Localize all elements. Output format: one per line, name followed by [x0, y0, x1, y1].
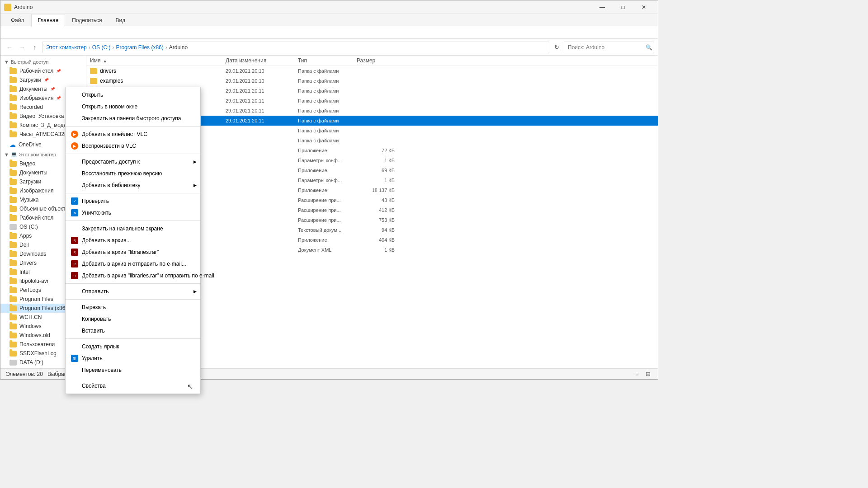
tab-file[interactable]: Файл	[4, 14, 31, 26]
pin-start-icon	[71, 225, 78, 232]
ctx-create-shortcut[interactable]: Создать ярлык	[66, 341, 200, 352]
forward-button[interactable]: →	[17, 42, 28, 53]
sidebar-item-downloads[interactable]: Загрузки 📌	[0, 75, 86, 84]
folder-icon	[9, 77, 17, 83]
ctx-add-archive-named[interactable]: R Добавить в архив "libraries.rar"	[66, 246, 200, 258]
ctx-open[interactable]: Открыть	[66, 89, 200, 101]
sidebar-item-label: Музыка	[19, 197, 38, 203]
col-header-date[interactable]: Дата изменения	[226, 57, 298, 64]
ctx-cut[interactable]: Вырезать	[66, 301, 200, 313]
folder-icon	[9, 170, 17, 176]
winrar-icon: R	[71, 249, 78, 256]
search-input[interactable]	[564, 42, 654, 53]
ctx-pin-start[interactable]: Закрепить на начальном экране	[66, 223, 200, 235]
col-header-size[interactable]: Размер	[357, 57, 402, 64]
title-bar-left: Arduino	[4, 4, 33, 11]
maximize-button[interactable]: □	[613, 0, 633, 14]
folder-icon	[9, 342, 17, 347]
chevron-icon: ▼	[4, 59, 9, 65]
properties-icon	[71, 382, 78, 389]
sidebar-item-label: WCH.CN	[19, 314, 42, 320]
tab-share[interactable]: Поделиться	[65, 14, 108, 26]
folder-icon	[9, 314, 17, 320]
share-icon	[71, 158, 78, 165]
sidebar-item-label: Пользователи	[19, 341, 55, 347]
table-row[interactable]: drivers 29.01.2021 20:10 Папка с файлами	[86, 66, 658, 76]
sidebar-item-label: Dell	[19, 242, 29, 248]
breadcrumb-osc[interactable]: OS (C:)	[92, 44, 111, 51]
sort-arrow: ▲	[103, 59, 107, 63]
ribbon: Файл Главная Поделиться Вид	[0, 14, 658, 39]
sidebar-item-label: Загрузки	[19, 77, 41, 83]
sidebar-item-label: libpololu-avr	[19, 278, 49, 284]
folder-icon	[9, 296, 17, 302]
back-button[interactable]: ←	[4, 42, 15, 53]
sidebar-item-desktop[interactable]: Рабочий стол 📌	[0, 66, 86, 75]
sidebar-item-label: Изображения	[19, 95, 53, 101]
ctx-delete[interactable]: 🗑 Удалить	[66, 352, 200, 364]
ctx-vlc-add-playlist[interactable]: ▶ Добавить в плейлист VLC	[66, 128, 200, 140]
ctx-destroy[interactable]: ✕ Уничтожить	[66, 207, 200, 219]
table-row[interactable]: examples 29.01.2021 20:10 Папка с файлам…	[86, 76, 658, 86]
sidebar-item-label: PerfLogs	[19, 287, 41, 293]
ctx-send-to[interactable]: Отправить	[66, 286, 200, 297]
vlc-icon: ▶	[71, 142, 78, 150]
details-view-button[interactable]: ≡	[632, 370, 642, 379]
restore-icon	[71, 170, 78, 177]
minimize-button[interactable]: —	[592, 0, 613, 14]
ctx-sep1	[66, 126, 200, 127]
close-button[interactable]: ✕	[633, 0, 654, 14]
tab-view[interactable]: Вид	[108, 14, 132, 26]
quick-access-header[interactable]: ▼ Быстрый доступ	[0, 57, 86, 66]
sidebar-item-label: OneDrive	[19, 141, 42, 148]
sidebar-item-label: Компас_3_Д_моде	[19, 122, 66, 128]
ctx-copy[interactable]: Копировать	[66, 313, 200, 325]
ctx-sep6	[66, 299, 200, 300]
folder-icon	[9, 333, 17, 338]
tiles-view-button[interactable]: ⊞	[643, 370, 652, 379]
ribbon-content	[0, 26, 658, 39]
tab-home[interactable]: Главная	[31, 14, 66, 27]
folder-icon	[9, 161, 17, 167]
ctx-share-access[interactable]: Предоставить доступ к	[66, 156, 200, 168]
paste-icon	[71, 327, 78, 334]
breadcrumb-computer[interactable]: Этот компьютер	[46, 44, 87, 51]
ctx-restore-previous[interactable]: Восстановить прежнюю версию	[66, 168, 200, 179]
ctx-paste[interactable]: Вставить	[66, 325, 200, 337]
ctx-vlc-play[interactable]: ▶ Воспроизвести в VLC	[66, 140, 200, 152]
sidebar-item-label: Intel	[19, 269, 30, 275]
title-bar-controls: — □ ✕	[592, 0, 654, 14]
folder-icon	[9, 188, 17, 194]
shortcut-icon	[71, 343, 78, 350]
winrar-icon: R	[71, 272, 78, 279]
refresh-button[interactable]: ↻	[551, 42, 562, 53]
ctx-properties[interactable]: Свойства ↖	[66, 380, 200, 392]
ctx-add-archive-email[interactable]: R Добавить в архив и отправить по e-mail…	[66, 258, 200, 270]
col-header-type[interactable]: Тип	[298, 57, 357, 64]
ctx-pin-quick-access[interactable]: Закрепить на панели быстрого доступа	[66, 113, 200, 124]
ctx-add-archive-named-email[interactable]: R Добавить в архив "libraries.rar" и отп…	[66, 270, 200, 282]
up-button[interactable]: ↑	[29, 42, 40, 53]
search-icon: 🔍	[646, 44, 652, 51]
col-header-name[interactable]: Имя ▲	[90, 57, 226, 64]
sidebar-item-label: Часы_ATMEGA328_	[19, 131, 70, 137]
copy-icon	[71, 315, 78, 323]
ctx-rename[interactable]: Переименовать	[66, 364, 200, 376]
folder-icon	[9, 242, 17, 248]
sidebar-item-label: Объемные объект	[19, 206, 66, 212]
winrar-icon: R	[71, 260, 78, 267]
sidebar-item-label: Загрузки	[19, 178, 41, 185]
ctx-check[interactable]: ✓ Проверить	[66, 195, 200, 207]
pin-icon	[71, 115, 78, 122]
sidebar-item-label: DATA (D:)	[19, 359, 43, 366]
folder-icon	[9, 287, 17, 293]
this-computer-label: Этот компьютер	[19, 152, 56, 157]
ctx-add-archive[interactable]: R Добавить в архив...	[66, 235, 200, 246]
breadcrumb-programfiles[interactable]: Program Files (x86)	[116, 44, 163, 51]
sidebar-item-label: Drivers	[19, 260, 37, 266]
ctx-open-new-window[interactable]: Открыть в новом окне	[66, 101, 200, 113]
ctx-add-to-library[interactable]: Добавить в библиотеку	[66, 179, 200, 191]
vlc-icon: ▶	[71, 131, 78, 138]
folder-icon	[9, 278, 17, 284]
pin-icon: 📌	[50, 87, 55, 91]
